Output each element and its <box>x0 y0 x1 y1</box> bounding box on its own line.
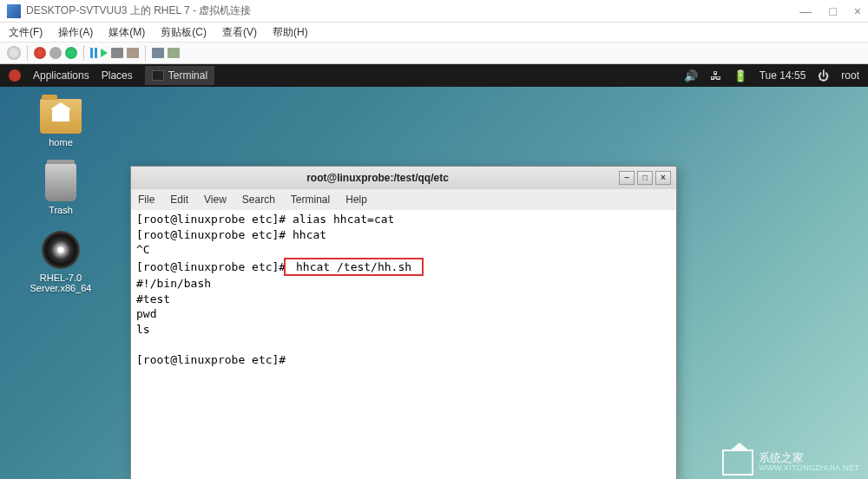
topbar-right: 🔊 🖧 🔋 Tue 14:55 ⏻ root <box>684 69 859 82</box>
disc-icon[interactable]: RHEL-7.0 Server.x86_64 <box>17 231 104 293</box>
home-icon[interactable]: home <box>17 99 104 148</box>
trash-label: Trash <box>49 205 73 215</box>
term-menu-view[interactable]: View <box>204 194 227 206</box>
active-app-label: Terminal <box>168 69 207 82</box>
save-icon[interactable] <box>65 47 77 59</box>
menu-help[interactable]: 帮助(H) <box>273 25 308 40</box>
network-icon[interactable]: 🖧 <box>710 69 721 82</box>
term-line: #test <box>136 292 170 305</box>
term-line: [root@linuxprobe etc]# <box>136 353 293 366</box>
terminal-title: root@linuxprobe:/test/qq/etc <box>136 172 619 184</box>
minimize-button[interactable]: — <box>799 4 812 18</box>
menu-action[interactable]: 操作(A) <box>58 25 93 40</box>
highlighted-command: hhcat /test/hh.sh <box>284 258 424 277</box>
share-icon[interactable] <box>168 48 180 58</box>
power-icon[interactable]: ⏻ <box>818 69 829 82</box>
menu-view[interactable]: 查看(V) <box>222 25 257 40</box>
pause-icon[interactable] <box>90 48 97 58</box>
terminal-window-controls: – □ × <box>619 171 671 185</box>
watermark-name: 系统之家 <box>759 452 859 464</box>
watermark: 系统之家 WWW.XITONGZHIJIA.NET <box>722 449 859 476</box>
turn-off-icon[interactable] <box>34 47 46 59</box>
hyperv-toolbar <box>0 42 868 64</box>
hyperv-title: DESKTOP-SVTVUU3 上的 RHEL 7 - 虚拟机连接 <box>26 3 799 18</box>
terminal-output[interactable]: [root@linuxprobe etc]# alias hhcat=cat [… <box>131 210 676 369</box>
user-label[interactable]: root <box>841 69 859 82</box>
close-button[interactable]: × <box>854 4 861 18</box>
menu-file[interactable]: 文件(F) <box>9 25 43 40</box>
start-icon[interactable] <box>101 49 108 57</box>
trash-bin-icon <box>45 163 76 201</box>
hyperv-menubar: 文件(F) 操作(A) 媒体(M) 剪贴板(C) 查看(V) 帮助(H) <box>0 23 868 42</box>
term-menu-file[interactable]: File <box>138 194 155 206</box>
terminal-close-button[interactable]: × <box>655 171 671 185</box>
separator <box>145 45 146 61</box>
term-prompt: [root@linuxprobe etc]# <box>136 260 286 273</box>
terminal-titlebar[interactable]: root@linuxprobe:/test/qq/etc – □ × <box>131 167 676 189</box>
hyperv-titlebar: DESKTOP-SVTVUU3 上的 RHEL 7 - 虚拟机连接 — □ × <box>0 0 868 23</box>
term-menu-edit[interactable]: Edit <box>170 194 188 206</box>
ctrl-alt-del-icon[interactable] <box>7 46 21 60</box>
term-menu-help[interactable]: Help <box>345 194 367 206</box>
shutdown-icon[interactable] <box>49 47 62 59</box>
term-line: ^C <box>136 243 150 256</box>
volume-icon[interactable]: 🔊 <box>684 69 698 82</box>
term-line: #!/bin/bash <box>136 277 211 290</box>
checkpoint-icon[interactable] <box>111 48 123 58</box>
term-line: ls <box>136 323 150 336</box>
separator <box>27 45 28 61</box>
clock[interactable]: Tue 14:55 <box>760 69 806 82</box>
gnome-desktop: Applications Places Terminal 🔊 🖧 🔋 Tue 1… <box>0 64 868 479</box>
menu-clipboard[interactable]: 剪贴板(C) <box>161 25 207 40</box>
menu-media[interactable]: 媒体(M) <box>108 25 145 40</box>
terminal-maximize-button[interactable]: □ <box>637 171 653 185</box>
terminal-window[interactable]: root@linuxprobe:/test/qq/etc – □ × File … <box>130 166 677 479</box>
applications-menu[interactable]: Applications <box>33 69 89 82</box>
folder-icon <box>40 99 82 134</box>
term-menu-search[interactable]: Search <box>242 194 275 206</box>
term-menu-terminal[interactable]: Terminal <box>291 194 330 206</box>
watermark-url: WWW.XITONGZHIJIA.NET <box>759 464 859 473</box>
maximize-button[interactable]: □ <box>829 4 836 18</box>
term-line: pwd <box>136 307 156 320</box>
enhanced-icon[interactable] <box>152 48 164 58</box>
watermark-logo-icon <box>722 449 753 476</box>
topbar-left: Applications Places Terminal <box>9 66 214 85</box>
gnome-topbar: Applications Places Terminal 🔊 🖧 🔋 Tue 1… <box>0 64 868 87</box>
terminal-icon <box>152 70 164 81</box>
revert-icon[interactable] <box>127 48 139 58</box>
hyperv-icon <box>7 4 21 18</box>
places-menu[interactable]: Places <box>102 69 133 82</box>
active-app-terminal[interactable]: Terminal <box>145 66 214 85</box>
home-label: home <box>49 137 73 148</box>
term-line: [root@linuxprobe etc]# alias hhcat=cat <box>136 213 394 226</box>
battery-icon[interactable]: 🔋 <box>733 69 747 82</box>
window-controls: — □ × <box>799 4 861 18</box>
desktop-icons: home Trash RHEL-7.0 Server.x86_64 <box>17 99 104 293</box>
disc-label: RHEL-7.0 Server.x86_64 <box>17 272 104 293</box>
term-line: [root@linuxprobe etc]# hhcat <box>136 228 326 241</box>
terminal-menubar: File Edit View Search Terminal Help <box>131 189 676 210</box>
terminal-minimize-button[interactable]: – <box>619 171 635 185</box>
dvd-icon <box>42 231 80 269</box>
activities-icon[interactable] <box>9 69 21 82</box>
trash-icon[interactable]: Trash <box>17 163 104 215</box>
separator <box>83 45 84 61</box>
